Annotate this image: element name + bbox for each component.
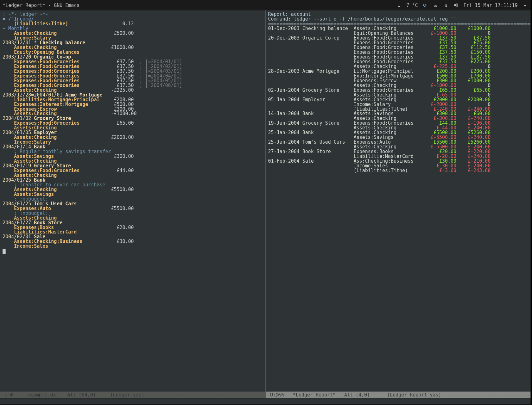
left-window[interactable]: ; -*- ledger -*-= /^Income/ (Liabilities… — [0, 10, 265, 399]
volume-icon[interactable] — [453, 2, 459, 8]
emacs-frame: ; -*- ledger -*-= /^Income/ (Liabilities… — [0, 10, 531, 399]
network-icon[interactable]: ⇅ — [443, 2, 449, 8]
ledger-source-buffer[interactable]: ; -*- ledger -*-= /^Income/ (Liabilities… — [0, 10, 265, 392]
modeline-left: -U:@--- example.dat All (64,0) (Ledger y… — [0, 392, 265, 399]
ledger-report-buffer[interactable]: Report: accountCommand: ledger --sort d … — [265, 10, 530, 392]
mail-icon[interactable]: ✉ — [433, 2, 439, 8]
desktop-panel: *Ledger Report* - GNU Emacs ☁ 7 °C ⟳ ✉ ⇅… — [0, 0, 531, 10]
weather-icon: ☁ — [396, 2, 402, 8]
minibuffer[interactable] — [0, 398, 531, 404]
clock: Fri 15 Mar 17:11:19 — [464, 2, 518, 8]
system-tray: ☁ 7 °C ⟳ ✉ ⇅ Fri 15 Mar 17:11:19 ✱ — [396, 2, 528, 8]
window-title: *Ledger Report* - GNU Emacs — [3, 2, 79, 8]
weather-text: 7 °C — [406, 2, 418, 8]
right-window[interactable]: Report: accountCommand: ledger --sort d … — [265, 10, 530, 399]
settings-gear-icon[interactable]: ✱ — [522, 2, 528, 8]
refresh-icon[interactable]: ⟳ — [422, 2, 428, 8]
modeline-right: -U:@%%- *Ledger Report* All (4,0) (Ledge… — [265, 392, 530, 399]
